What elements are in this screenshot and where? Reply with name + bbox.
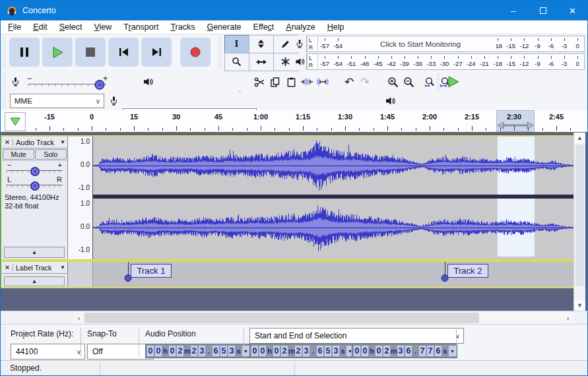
maximize-button[interactable] [528,1,558,20]
label-flag[interactable]: Track 1 [131,264,172,278]
vertical-scroll-thumb[interactable] [575,144,584,286]
minimize-button[interactable]: – [498,1,528,20]
time-shift-tool-button[interactable] [249,53,274,71]
menu-edit[interactable]: Edit [27,22,53,32]
menu-effect[interactable]: Effect [247,22,280,32]
time-digit[interactable]: 2 [295,346,302,356]
close-track-button[interactable]: ✕ [2,139,13,146]
time-unit[interactable]: h [369,347,375,355]
time-digit[interactable]: 5 [220,346,227,356]
device-toolbar-grip[interactable] [2,93,7,109]
monitoring-overlay-text[interactable]: Click to Start Monitoring [344,36,496,51]
menu-help[interactable]: Help [321,22,350,32]
playback-meter[interactable]: L R -57-54-51-48-45-42-39-36-33-30-27-24… [293,53,585,70]
pan-slider[interactable]: L R [7,176,63,190]
time-unit[interactable]: m [288,347,294,355]
undo-button[interactable]: ↶ [341,74,357,90]
time-digit[interactable]: 7 [427,346,434,356]
time-unit[interactable]: s [340,347,346,355]
fit-selection-button[interactable] [422,74,438,90]
time-digit[interactable]: 0 [259,346,266,356]
time-digit[interactable]: 2 [191,346,197,356]
solo-button[interactable]: Solo [35,149,67,160]
paste-button[interactable] [283,74,299,90]
collapse-track-button[interactable]: ▲ [4,276,65,286]
snap-to-select[interactable]: Off∨ [87,344,154,360]
speaker-icon[interactable] [293,53,306,70]
menu-select[interactable]: Select [53,22,88,32]
selection-toolbar-grip[interactable] [2,327,7,358]
zoom-out-button[interactable] [401,74,416,90]
horizontal-scroll-thumb[interactable] [84,313,479,323]
time-unit[interactable]: s [236,347,242,355]
project-rate-select[interactable]: 44100∨ [11,344,85,360]
time-unit[interactable]: h [162,347,168,355]
track-menu-dropdown-icon[interactable]: ▼ [60,139,65,145]
play-button[interactable] [42,38,73,67]
skip-to-start-button[interactable] [108,38,139,67]
selection-mode-select[interactable]: Start and End of Selection∨ [249,328,464,344]
recording-meter[interactable]: L R Click to Start Monitoring -57-54-51-… [293,36,585,52]
time-digit[interactable]: 0 [362,346,368,356]
gain-thumb[interactable] [30,167,40,176]
time-unit[interactable]: . [412,347,418,355]
record-button[interactable] [180,38,211,67]
mute-button[interactable]: Mute [3,149,34,160]
label-flag[interactable]: Track 2 [447,264,489,278]
recording-volume-slider[interactable]: − + [27,75,108,89]
menu-transport[interactable]: Transport [117,22,164,32]
menu-generate[interactable]: Generate [201,22,247,32]
waveform-channel-left[interactable] [93,137,574,195]
copy-button[interactable] [267,74,283,90]
time-digit[interactable]: 6 [212,346,219,356]
menu-tracks[interactable]: Tracks [164,22,201,32]
skip-to-end-button[interactable] [141,38,172,67]
time-digit[interactable]: 0 [376,346,382,356]
menu-view[interactable]: View [88,22,117,32]
timeline-ruler[interactable]: -1501530451:001:151:301:452:002:152:302:… [30,110,573,132]
label-marker-handle[interactable] [124,274,131,282]
selection-start-field[interactable]: 00h02m23.653s▼ [249,344,355,358]
pinned-play-head-button[interactable] [5,112,26,131]
pause-button[interactable] [9,38,40,67]
recording-volume-thumb[interactable] [94,80,104,90]
time-unit[interactable]: . [310,347,316,355]
play-at-speed-toolbar-grip[interactable] [436,73,441,90]
close-button[interactable]: ✕ [558,1,587,20]
time-digit[interactable]: 6 [435,346,441,356]
time-unit[interactable]: m [391,347,397,355]
zoom-tool-button[interactable] [224,53,249,71]
waveform-area[interactable] [93,137,574,259]
menu-file[interactable]: File [2,22,27,32]
envelope-tool-button[interactable] [249,35,274,53]
mixer-toolbar-grip[interactable] [2,73,7,90]
time-digit[interactable]: 3 [397,346,404,356]
time-digit[interactable]: 0 [169,346,176,356]
time-digit[interactable]: 7 [419,346,426,356]
label-marker-handle[interactable] [441,274,448,282]
audio-position-field[interactable]: 00h02m23.653s▼ [145,344,251,358]
close-track-button[interactable]: ✕ [2,264,13,271]
vertical-scrollbar[interactable]: ▲ ▼ [573,133,585,311]
time-digit[interactable]: 6 [405,346,412,356]
time-digit[interactable]: 3 [303,346,310,356]
scroll-up-icon[interactable]: ▲ [574,133,585,143]
time-digit[interactable]: 2 [177,346,183,356]
label-track-content[interactable]: Track 1Track 2 [93,262,575,287]
scroll-left-icon[interactable]: ‹ [73,312,84,324]
time-unit[interactable]: s [442,347,448,355]
time-field-dropdown-icon[interactable]: ▼ [449,346,456,356]
menu-analyze[interactable]: Analyze [280,22,321,32]
time-digit[interactable]: 3 [333,346,339,356]
selection-tool-button[interactable]: I [224,35,249,53]
time-digit[interactable]: 5 [325,346,331,356]
audio-track-title[interactable]: Audio Track ▼ [13,139,67,146]
zoom-in-button[interactable] [385,74,401,90]
time-unit[interactable]: m [184,347,190,355]
pan-thumb[interactable] [30,181,40,191]
selection-end-field[interactable]: 00h02m36.776s▼ [352,344,457,358]
time-digit[interactable]: 0 [147,346,154,356]
tools-toolbar-grip[interactable] [218,36,223,69]
track-menu-dropdown-icon[interactable]: ▼ [60,265,65,270]
transport-toolbar-grip[interactable] [2,36,7,69]
